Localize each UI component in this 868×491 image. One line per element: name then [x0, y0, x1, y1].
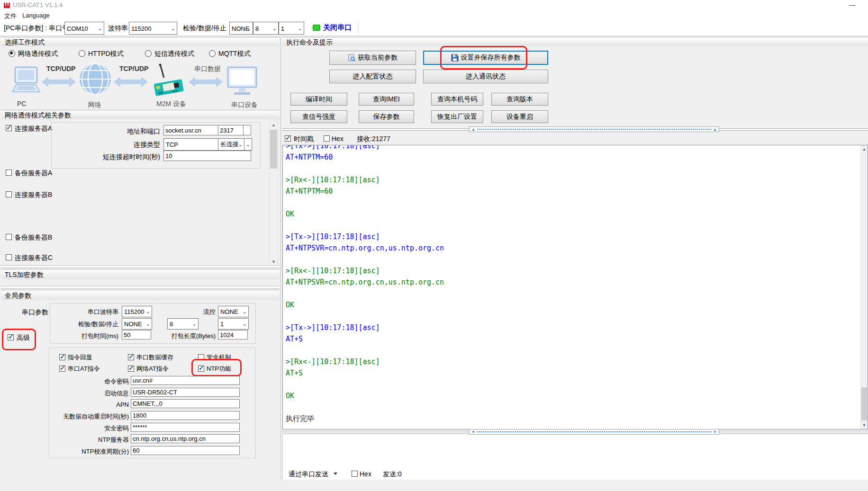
- ntp-checkbox[interactable]: [198, 366, 204, 372]
- server-b-checkbox[interactable]: [6, 191, 12, 197]
- log-lines: >[Tx->][10:17:18][asc]AT+NTPTM=60 >[Rx<-…: [286, 145, 860, 424]
- timestamp-checkbox[interactable]: [285, 135, 291, 142]
- radio-httpd-label: HTTPD模式: [88, 49, 124, 58]
- send-count: 发送:0: [383, 470, 402, 478]
- serial-status-icon: [313, 25, 320, 31]
- serial-cache-checkbox[interactable]: [128, 354, 134, 360]
- baud-select[interactable]: 115200⌄: [129, 22, 177, 35]
- security-password-input[interactable]: [131, 423, 240, 432]
- node2-label: 网络: [88, 100, 101, 109]
- app-window: USR-CAT1 V1.1.4 — 文件 Language [PC串口参数] :…: [0, 0, 868, 491]
- scroll-up-icon[interactable]: ▲: [270, 121, 278, 129]
- short-conn-timeout-label: 短连接超时时间(秒): [57, 152, 160, 161]
- scroll-down-icon[interactable]: ▼: [861, 421, 868, 429]
- factory-reset-button[interactable]: 恢复出厂设置: [431, 110, 483, 123]
- server-c-label: 连接服务器C: [15, 253, 53, 262]
- scrollbar-thumb[interactable]: [270, 130, 277, 169]
- enter-config-mode-button[interactable]: 进入配置状态: [329, 70, 416, 83]
- minimize-button[interactable]: —: [844, 0, 860, 10]
- menu-file[interactable]: 文件: [4, 12, 17, 20]
- close-serial-button[interactable]: 关闭串口: [323, 23, 352, 32]
- serial-at-label: 串口AT指令: [68, 365, 100, 373]
- serial-device-monitor-icon: [226, 66, 258, 97]
- bottom-splitter[interactable]: ▼ ▼: [282, 429, 868, 435]
- log-scrollbar[interactable]: ▲ ▼: [860, 145, 868, 429]
- scroll-up-icon[interactable]: ▲: [861, 145, 868, 153]
- send-hex-checkbox[interactable]: [352, 471, 358, 477]
- serial-cache-label: 串口数据缓存: [136, 353, 173, 362]
- get-params-button[interactable]: 获取当前参数: [329, 51, 416, 65]
- short-conn-timeout-input[interactable]: [163, 151, 251, 161]
- apn-input[interactable]: [131, 399, 240, 408]
- stopbits-select[interactable]: 1⌄: [279, 22, 304, 35]
- radio-sms[interactable]: [145, 50, 152, 57]
- set-save-all-params-button[interactable]: 设置并保存所有参数: [423, 51, 548, 65]
- compile-time-button[interactable]: 编译时间: [290, 93, 347, 106]
- server-b-label: 连接服务器B: [15, 190, 52, 199]
- query-phone-number-button[interactable]: 查询本机号码: [431, 93, 483, 106]
- server-a-checkbox[interactable]: [6, 125, 12, 131]
- node4-label: 串口设备: [231, 100, 258, 109]
- com-port-select[interactable]: COM10⌄: [64, 22, 104, 35]
- save-params-button[interactable]: 保存参数: [359, 110, 414, 123]
- pack-length-input[interactable]: [218, 330, 248, 339]
- serial-at-checkbox[interactable]: [59, 366, 65, 372]
- ntp-server-input[interactable]: [131, 434, 240, 443]
- cmd-echo-checkbox[interactable]: [59, 354, 65, 360]
- server-a-port-input[interactable]: [218, 125, 244, 135]
- query-imei-button[interactable]: 查询IMEI: [359, 93, 414, 106]
- conn-type-label: 连接类型: [66, 140, 160, 149]
- net-at-checkbox[interactable]: [128, 366, 134, 372]
- net-params-scrollbar[interactable]: ▲ ▼: [269, 121, 278, 266]
- recv-hex-label: Hex: [332, 134, 344, 143]
- splitter-arrow-icon: ▲: [713, 127, 717, 133]
- cmd-password-input[interactable]: [131, 376, 240, 385]
- toolbar-divider: [358, 21, 359, 35]
- node3-label: M2M 设备: [156, 99, 186, 108]
- chevron-down-icon[interactable]: [334, 473, 337, 475]
- top-splitter[interactable]: ▲ ▲: [282, 126, 868, 132]
- serial-parity-select[interactable]: NONE⌄: [122, 318, 152, 330]
- pack-time-input[interactable]: [122, 330, 151, 339]
- security-checkbox[interactable]: [198, 354, 204, 360]
- splitter-arrow-icon: ▲: [471, 127, 475, 133]
- radio-net-passthrough[interactable]: [9, 50, 15, 57]
- send-via-serial-button[interactable]: 通过串口发送: [289, 470, 328, 478]
- log-area[interactable]: >[Tx->][10:17:18][asc]AT+NTPTM=60 >[Rx<-…: [282, 145, 868, 429]
- conn-keep-select[interactable]: 长连接⌄: [218, 138, 244, 151]
- title-bar: USR-CAT1 V1.1.4 —: [0, 0, 868, 10]
- menu-language[interactable]: Language: [22, 12, 50, 19]
- serial-baud-select[interactable]: 115200⌄: [122, 306, 152, 317]
- device-restart-button[interactable]: 设备重启: [491, 110, 548, 123]
- recv-hex-checkbox[interactable]: [324, 135, 330, 142]
- advanced-checkbox[interactable]: [8, 334, 14, 340]
- backup-server-b-checkbox[interactable]: [6, 234, 12, 240]
- backup-server-b-label: 备份服务器B: [15, 233, 52, 241]
- scrollbar-thumb[interactable]: [861, 387, 867, 420]
- query-version-button[interactable]: 查询版本: [491, 93, 548, 106]
- backup-server-a-checkbox[interactable]: [6, 170, 12, 176]
- boot-info-input[interactable]: [131, 388, 240, 397]
- enter-comm-mode-button[interactable]: 进入通讯状态: [423, 70, 548, 83]
- serial-params-label: 串口参数: [22, 308, 48, 316]
- query-signal-button[interactable]: 查信号强度: [290, 110, 347, 123]
- chevron-down-icon: ⌄: [298, 25, 302, 31]
- ntp-label: NTP功能: [207, 365, 231, 373]
- databits-select[interactable]: 8⌄: [253, 22, 279, 35]
- radio-mqtt[interactable]: [209, 50, 216, 57]
- serial-stopbits-select[interactable]: 1⌄: [218, 318, 249, 330]
- server-c-checkbox[interactable]: [6, 254, 12, 260]
- radio-mqtt-label: MQTT模式: [218, 49, 251, 58]
- parity-select[interactable]: NONE⌄: [229, 22, 253, 35]
- serial-databits-select[interactable]: 8⌄: [167, 318, 199, 330]
- network-globe-icon: [79, 62, 112, 96]
- scroll-down-icon[interactable]: ▼: [270, 258, 278, 266]
- no-data-restart-input[interactable]: [131, 411, 240, 420]
- timestamp-label: 时间戳: [294, 134, 314, 143]
- arrow-icon: [42, 76, 76, 88]
- pc-serial-params-label: [PC串口参数] : 串口号: [4, 24, 69, 32]
- ntp-period-input[interactable]: [131, 446, 240, 455]
- radio-httpd[interactable]: [79, 50, 85, 57]
- arrow-icon: [114, 76, 148, 88]
- flow-control-select[interactable]: NONE⌄: [218, 306, 249, 317]
